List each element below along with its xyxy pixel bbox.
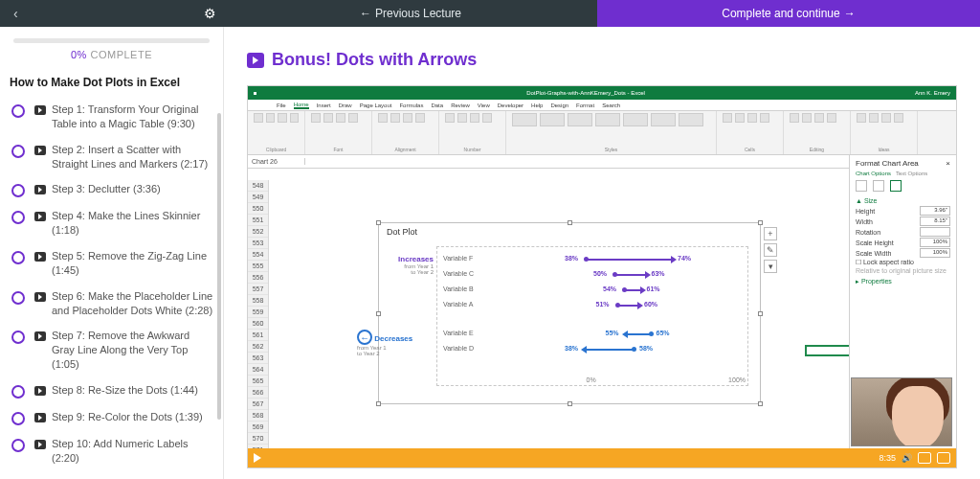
excel-tab[interactable]: Format: [576, 103, 594, 108]
ribbon-button[interactable]: [760, 113, 769, 123]
row-header[interactable]: 566: [248, 387, 268, 399]
excel-tab[interactable]: Data: [431, 103, 443, 108]
ribbon-button[interactable]: [623, 113, 648, 126]
sidebar-step[interactable]: Step 5: Remove the Zig-Zag Line (1:45): [6, 243, 217, 284]
back-icon[interactable]: ‹: [8, 4, 24, 23]
excel-tab[interactable]: View: [478, 103, 490, 108]
row-header[interactable]: 550: [248, 203, 268, 215]
row-header[interactable]: 555: [248, 261, 268, 272]
row-header[interactable]: 569: [248, 422, 268, 433]
previous-lecture-button[interactable]: ← Previous Lecture: [224, 0, 597, 27]
fill-icon[interactable]: [856, 180, 867, 192]
ribbon-button[interactable]: [403, 113, 412, 123]
cc-icon[interactable]: [918, 452, 931, 464]
sidebar-step[interactable]: Step 8: Re-Size the Dots (1:44): [6, 377, 217, 404]
excel-tab[interactable]: Design: [550, 103, 568, 108]
close-icon[interactable]: ×: [946, 159, 950, 168]
video-play-button[interactable]: [248, 448, 267, 468]
scale-h-input[interactable]: 100%: [920, 238, 950, 247]
fullscreen-icon[interactable]: [937, 452, 950, 464]
sidebar-step[interactable]: Step 3: Declutter (3:36): [6, 176, 217, 203]
ribbon-button[interactable]: [723, 113, 732, 123]
row-header[interactable]: 570: [248, 433, 268, 445]
row-header[interactable]: 554: [248, 249, 268, 261]
row-header[interactable]: 551: [248, 215, 268, 226]
sidebar-step[interactable]: Step 6: Make the Placeholder Line and Pl…: [6, 284, 217, 324]
gear-icon[interactable]: ⚙: [204, 6, 216, 21]
ribbon-button[interactable]: [415, 113, 425, 123]
ribbon-button[interactable]: [254, 113, 263, 123]
row-header[interactable]: 548: [248, 180, 268, 192]
ribbon-button[interactable]: [311, 113, 321, 123]
sidebar-step[interactable]: Step 2: Insert a Scatter with Straight L…: [6, 137, 217, 177]
sidebar-scrollbar[interactable]: [217, 113, 221, 420]
ribbon-button[interactable]: [445, 113, 455, 123]
excel-tab[interactable]: Draw: [339, 103, 352, 108]
row-header[interactable]: 556: [248, 272, 268, 284]
chart-filter-button[interactable]: ▾: [764, 260, 777, 273]
ribbon-button[interactable]: [568, 113, 592, 126]
row-header[interactable]: 549: [248, 192, 268, 203]
excel-tab[interactable]: Insert: [317, 103, 331, 108]
sidebar-step[interactable]: Step 7: Remove the Awkward Gray Line Alo…: [6, 323, 217, 377]
ribbon-button[interactable]: [348, 113, 358, 123]
row-header[interactable]: 552: [248, 226, 268, 238]
sidebar-step[interactable]: Step 1: Transform Your Original Table in…: [6, 97, 217, 137]
sidebar-step[interactable]: Step 11: Apply Custom Colors and: [6, 471, 217, 479]
ribbon-button[interactable]: [390, 113, 400, 123]
width-input[interactable]: 8.15": [920, 217, 950, 226]
sidebar-step[interactable]: Step 9: Re-Color the Dots (1:39): [6, 404, 217, 431]
ribbon-button[interactable]: [290, 113, 300, 123]
chart-add-button[interactable]: +: [764, 227, 777, 240]
ribbon-button[interactable]: [457, 113, 467, 123]
row-header[interactable]: 558: [248, 295, 268, 307]
ribbon-button[interactable]: [881, 113, 891, 123]
excel-tab[interactable]: File: [277, 103, 286, 108]
row-header[interactable]: 564: [248, 364, 268, 376]
chart-title[interactable]: Dot Plot: [379, 223, 760, 240]
ribbon-button[interactable]: [540, 113, 565, 126]
ribbon-button[interactable]: [266, 113, 276, 123]
ribbon-button[interactable]: [595, 113, 620, 126]
ribbon-button[interactable]: [814, 113, 824, 123]
ribbon-button[interactable]: [336, 113, 345, 123]
excel-tab[interactable]: Help: [531, 103, 543, 108]
ribbon-button[interactable]: [482, 113, 492, 123]
video-player[interactable]: DotPlot-Graphs-with-AnnKEmery_Dots - Exc…: [247, 85, 957, 468]
complete-continue-button[interactable]: Complete and continue →: [597, 0, 980, 27]
volume-icon[interactable]: 🔊: [902, 453, 912, 463]
size-icon[interactable]: [890, 180, 902, 192]
ribbon-button[interactable]: [869, 113, 879, 123]
ribbon-button[interactable]: [470, 113, 479, 123]
row-header[interactable]: 559: [248, 307, 268, 318]
ribbon-button[interactable]: [512, 113, 537, 126]
excel-tab[interactable]: Home: [294, 102, 309, 109]
ribbon-button[interactable]: [747, 113, 757, 123]
ribbon-button[interactable]: [857, 113, 866, 123]
effects-icon[interactable]: [873, 180, 884, 192]
excel-tab[interactable]: Formulas: [399, 103, 423, 108]
excel-tab[interactable]: Developer: [498, 103, 523, 108]
ribbon-button[interactable]: [323, 113, 333, 123]
rotation-input[interactable]: [920, 227, 950, 237]
row-header[interactable]: 565: [248, 376, 268, 387]
ribbon-button[interactable]: [802, 113, 812, 123]
ribbon-button[interactable]: [378, 113, 388, 123]
ribbon-button[interactable]: [827, 113, 836, 123]
height-input[interactable]: 3.96": [920, 206, 950, 216]
ribbon-button[interactable]: [651, 113, 676, 126]
name-box[interactable]: Chart 26: [248, 158, 305, 165]
row-header[interactable]: 553: [248, 238, 268, 249]
ribbon-button[interactable]: [790, 113, 799, 123]
row-header[interactable]: 567: [248, 399, 268, 410]
excel-tab[interactable]: Review: [451, 103, 470, 108]
ribbon-button[interactable]: [679, 113, 703, 126]
sidebar-step[interactable]: Step 10: Add Numeric Labels (2:20): [6, 431, 217, 471]
row-header[interactable]: 557: [248, 284, 268, 295]
row-header[interactable]: 561: [248, 330, 268, 341]
ribbon-button[interactable]: [278, 113, 287, 123]
row-header[interactable]: 568: [248, 410, 268, 422]
excel-tab[interactable]: Page Layout: [360, 103, 392, 108]
excel-tab[interactable]: Search: [602, 103, 620, 108]
embedded-chart[interactable]: Dot Plot 0% 100% Increasesfrom Year 1to …: [378, 222, 761, 404]
